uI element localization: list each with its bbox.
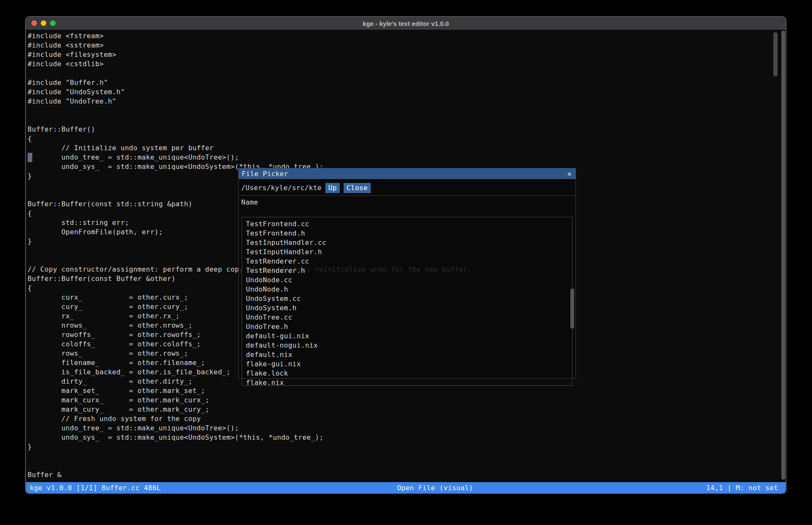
window-titlebar[interactable]: kge - kyle's text editor v1.0.0 xyxy=(26,17,786,30)
file-list-item[interactable]: UndoNode.cc xyxy=(242,275,572,285)
close-window-icon[interactable] xyxy=(31,20,37,26)
file-list-item[interactable]: TestRenderer.h xyxy=(242,266,572,275)
file-picker-body: /Users/kyle/src/kte Up Close Name TestFr… xyxy=(239,179,575,378)
editor-scrollbar-thumb[interactable] xyxy=(773,32,778,76)
window-title: kge - kyle's text editor v1.0.0 xyxy=(363,20,449,27)
file-list-item[interactable]: UndoSystem.h xyxy=(242,303,572,313)
close-icon[interactable]: ✕ xyxy=(567,170,572,178)
file-picker-dialog: File Picker ✕ /Users/kyle/src/kte Up Clo… xyxy=(238,168,576,379)
file-list-item[interactable]: TestRenderer.cc xyxy=(242,257,572,266)
file-list-item[interactable]: default-gui.nix xyxy=(242,331,572,341)
file-list-item[interactable]: TestInputHandler.cc xyxy=(242,238,572,247)
file-picker-title: File Picker xyxy=(242,170,567,178)
up-button[interactable]: Up xyxy=(325,183,340,193)
file-list-item[interactable]: default.nix xyxy=(242,350,572,359)
file-list-item[interactable]: TestInputHandler.h xyxy=(242,247,572,257)
file-list-item[interactable]: UndoTree.h xyxy=(242,322,572,331)
path-row: /Users/kyle/src/kte Up Close xyxy=(239,179,575,195)
status-mode: Open File (visual) xyxy=(397,484,473,492)
file-list: TestFrontend.cc TestFrontend.h TestInput… xyxy=(242,217,572,386)
status-cursor-position: 14,1 | M: not set xyxy=(706,484,778,492)
file-list-item[interactable]: UndoNode.h xyxy=(242,285,572,294)
file-list-item[interactable]: UndoTree.cc xyxy=(242,313,572,322)
current-path: /Users/kyle/src/kte xyxy=(241,184,321,192)
file-picker-titlebar[interactable]: File Picker ✕ xyxy=(238,168,576,179)
close-button[interactable]: Close xyxy=(344,183,371,193)
traffic-lights xyxy=(31,20,56,26)
file-list-item[interactable]: flake.nix xyxy=(242,378,572,386)
file-list-item[interactable]: UndoSystem.cc xyxy=(242,294,572,303)
status-file-info: kge v1.0.0 [1/1] Buffer.cc 486L xyxy=(26,484,161,492)
window-scrollbar-track[interactable] xyxy=(781,31,785,480)
file-list-scrollbar-thumb[interactable] xyxy=(570,289,574,328)
file-list-item[interactable]: flake-gui.nix xyxy=(242,359,572,369)
editor-window: kge - kyle's text editor v1.0.0 #include… xyxy=(25,16,787,494)
status-bar: kge v1.0.0 [1/1] Buffer.cc 486L Open Fil… xyxy=(26,482,786,493)
file-list-item[interactable]: flake.lock xyxy=(242,369,572,378)
file-list-item[interactable]: TestFrontend.h xyxy=(242,229,572,238)
file-list-item[interactable]: default-nogui.nix xyxy=(242,341,572,350)
editor-content: #include <fstream> #include <sstream> #i… xyxy=(26,30,786,493)
zoom-window-icon[interactable] xyxy=(50,20,56,26)
name-column-header: Name xyxy=(239,196,575,209)
file-list-item[interactable]: TestFrontend.cc xyxy=(242,219,572,229)
minimize-window-icon[interactable] xyxy=(41,20,46,26)
text-cursor xyxy=(28,153,32,162)
